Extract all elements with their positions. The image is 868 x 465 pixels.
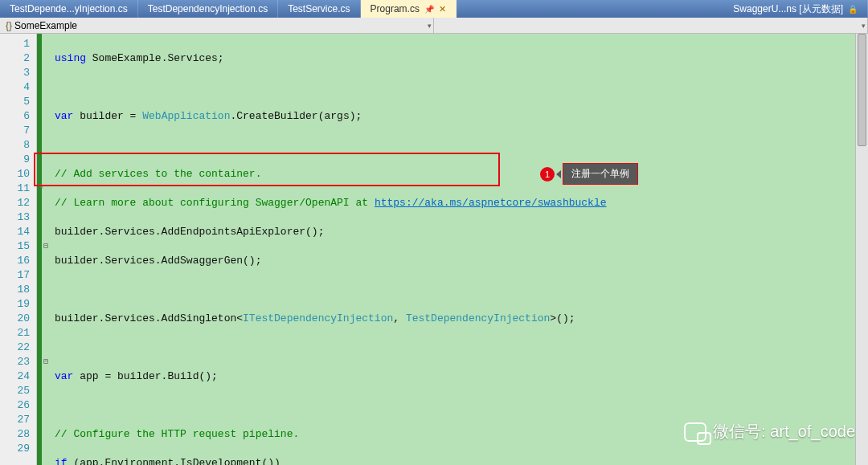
chevron-down-icon[interactable]: ▾ bbox=[428, 22, 432, 30]
lock-icon: 🔒 bbox=[848, 5, 858, 14]
pin-icon[interactable]: 📌 bbox=[424, 5, 434, 14]
annotation-callout: 1 注册一个单例 bbox=[540, 163, 638, 185]
edit-marker-icon: ✎ bbox=[39, 182, 43, 191]
code-line: builder.Services.AddSwaggerGen(); bbox=[55, 254, 863, 268]
code-line: builder.Services.AddEndpointsApiExplorer… bbox=[55, 225, 863, 239]
tab-file-1[interactable]: TestDepende...yInjection.cs bbox=[0, 0, 138, 18]
code-line: using SomeExample.Services; bbox=[55, 51, 863, 66]
code-editor[interactable]: 1234567891011121314151617181920212223242… bbox=[0, 34, 868, 465]
scrollbar-thumb[interactable] bbox=[858, 34, 866, 146]
fold-gutter[interactable]: ⊟⊟ bbox=[42, 34, 50, 465]
member-dropdown[interactable]: ▾ bbox=[434, 18, 868, 33]
chevron-down-icon[interactable]: ▾ bbox=[862, 22, 866, 30]
wechat-icon bbox=[684, 422, 706, 442]
code-line: var app = builder.Build(); bbox=[55, 369, 863, 384]
tab-spacer bbox=[457, 0, 723, 18]
code-line: var builder = WebApplication.CreateBuild… bbox=[55, 109, 863, 124]
swagger-link[interactable]: https://aka.ms/aspnetcore/swashbuckle bbox=[375, 197, 607, 209]
close-tab-icon[interactable]: ✕ bbox=[439, 4, 446, 14]
tab-active-program[interactable]: Program.cs 📌 ✕ bbox=[361, 0, 457, 18]
namespace-dropdown[interactable]: {} SomeExample ▾ bbox=[0, 18, 434, 33]
line-number-gutter: 1234567891011121314151617181920212223242… bbox=[0, 34, 37, 465]
annotation-tip: 注册一个单例 bbox=[563, 163, 638, 185]
tab-far-swagger[interactable]: SwaggerU...ns [从元数据] 🔒 bbox=[723, 0, 868, 18]
vertical-scrollbar[interactable] bbox=[855, 34, 868, 465]
watermark: 微信号: art_of_code bbox=[684, 421, 855, 443]
annotation-number: 1 bbox=[540, 167, 555, 182]
tab-bar: TestDepende...yInjection.cs TestDependen… bbox=[0, 0, 868, 18]
code-line: builder.Services.AddSingleton<ITestDepen… bbox=[55, 312, 863, 326]
code-line: // Add services to the container. bbox=[55, 167, 863, 182]
tab-file-2[interactable]: TestDependencyInjection.cs bbox=[138, 0, 278, 18]
code-area[interactable]: using SomeExample.Services; var builder … bbox=[50, 34, 868, 465]
namespace-icon: {} bbox=[3, 20, 14, 31]
code-line: // Learn more about configuring Swagger/… bbox=[55, 196, 863, 210]
code-line: if (app.Environment.IsDevelopment()) bbox=[55, 456, 863, 465]
arrow-left-icon bbox=[556, 170, 561, 178]
tab-file-3[interactable]: TestService.cs bbox=[278, 0, 360, 18]
nav-bar: {} SomeExample ▾ ▾ bbox=[0, 18, 868, 34]
